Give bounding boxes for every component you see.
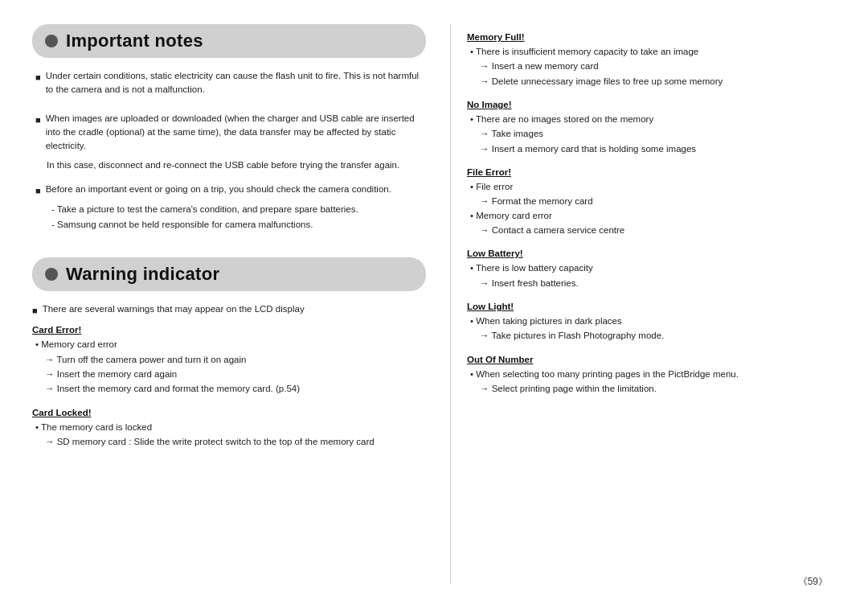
memory-full-arrow-2: → Delete unnecessary image files to free…: [467, 74, 836, 88]
file-error-bullet-1: • File error: [467, 180, 836, 194]
bullet-item-2: ■ When images are uploaded or downloaded…: [35, 112, 426, 154]
no-image-arrow-1: → Take images: [467, 126, 836, 141]
warning-indicator-section: Warning indicator ■ There are several wa…: [32, 257, 426, 461]
low-battery-section: Low Battery! • There is low battery capa…: [467, 249, 836, 290]
important-note-1: ■ Under certain conditions, static elect…: [32, 69, 426, 102]
out-of-number-section: Out Of Number • When selecting too many …: [467, 355, 836, 397]
bullet-item-3: ■ Before an important event or going on …: [35, 183, 426, 198]
warning-bullet-icon: ■: [32, 304, 38, 318]
memory-full-arrow-1: → Insert a new memory card: [467, 59, 836, 73]
no-image-title: No Image!: [467, 100, 836, 109]
left-column: Important notes ■ Under certain conditio…: [32, 24, 450, 584]
card-error-title: Card Error!: [32, 325, 426, 335]
file-error-arrow-2: → Contact a camera service centre: [467, 223, 836, 237]
low-light-arrow-1: → Take pictures in Flash Photography mod…: [467, 328, 836, 343]
no-image-arrow-2: → Insert a memory card that is holding s…: [467, 142, 836, 156]
card-locked-arrow-1: → SD memory card : Slide the write prote…: [32, 434, 426, 449]
low-light-section: Low Light! • When taking pictures in dar…: [467, 302, 836, 343]
low-light-bullet: • When taking pictures in dark places: [467, 314, 836, 328]
out-of-number-arrow-1: → Select printing page within the limita…: [467, 381, 836, 396]
file-error-title: File Error!: [467, 167, 836, 177]
card-error-arrow-1: → Turn off the camera power and turn it …: [32, 352, 426, 367]
bullet-3-sub2: - Samsung cannot be held responsible for…: [35, 217, 426, 232]
page-container: Important notes ■ Under certain conditio…: [0, 0, 868, 600]
low-battery-arrow-1: → Insert fresh batteries.: [467, 276, 836, 290]
warning-indicator-title: Warning indicator: [66, 264, 219, 285]
file-error-section: File Error! • File error → Format the me…: [467, 167, 836, 237]
warning-intro-text: There are several warnings that may appe…: [43, 302, 426, 316]
warning-intro: ■ There are several warnings that may ap…: [32, 302, 426, 318]
bullet-icon-2: ■: [35, 113, 41, 127]
important-note-2: ■ When images are uploaded or downloaded…: [32, 112, 426, 173]
bullet-text-2: When images are uploaded or downloaded (…: [46, 112, 426, 154]
card-locked-section: Card Locked! • The memory card is locked…: [32, 408, 426, 450]
card-locked-title: Card Locked!: [32, 408, 426, 417]
out-of-number-title: Out Of Number: [467, 355, 836, 364]
memory-full-section: Memory Full! • There is insufficient mem…: [467, 32, 836, 88]
no-image-section: No Image! • There are no images stored o…: [467, 100, 836, 156]
warning-indicator-icon: [45, 268, 58, 281]
important-notes-header: Important notes: [32, 24, 426, 58]
two-column-layout: Important notes ■ Under certain conditio…: [32, 24, 836, 584]
bullet-3-sub1: - Take a picture to test the camera's co…: [35, 202, 426, 216]
low-battery-bullet: • There is low battery capacity: [467, 261, 836, 275]
bullet-item-1: ■ Under certain conditions, static elect…: [35, 69, 426, 97]
warning-indicator-header: Warning indicator: [32, 257, 426, 291]
out-of-number-bullet: • When selecting too many printing pages…: [467, 368, 836, 381]
card-error-bullet: • Memory card error: [32, 338, 426, 351]
card-locked-bullet: • The memory card is locked: [32, 421, 426, 434]
card-error-arrow-2: → Insert the memory card again: [32, 367, 426, 381]
low-light-title: Low Light!: [467, 302, 836, 311]
important-notes-title: Important notes: [66, 31, 203, 51]
file-error-arrow-1: → Format the memory card: [467, 194, 836, 208]
bullet-icon-1: ■: [35, 71, 41, 84]
important-notes-icon: [45, 35, 58, 47]
card-error-arrow-3: → Insert the memory card and format the …: [32, 381, 426, 396]
memory-full-bullet: • There is insufficient memory capacity …: [467, 45, 836, 59]
page-number: 《59》: [798, 575, 828, 589]
important-note-3: ■ Before an important event or going on …: [32, 183, 426, 232]
card-error-section: Card Error! • Memory card error → Turn o…: [32, 325, 426, 396]
right-column: Memory Full! • There is insufficient mem…: [450, 24, 836, 584]
file-error-bullet-2: • Memory card error: [467, 209, 836, 223]
bullet-text-3: Before an important event or going on a …: [46, 183, 426, 196]
low-battery-title: Low Battery!: [467, 249, 836, 258]
memory-full-title: Memory Full!: [467, 32, 836, 42]
bullet-icon-3: ■: [35, 184, 41, 198]
no-image-bullet: • There are no images stored on the memo…: [467, 113, 836, 126]
bullet-2-sub: In this case, disconnect and re-connect …: [35, 158, 426, 172]
bullet-text-1: Under certain conditions, static electri…: [46, 69, 426, 97]
